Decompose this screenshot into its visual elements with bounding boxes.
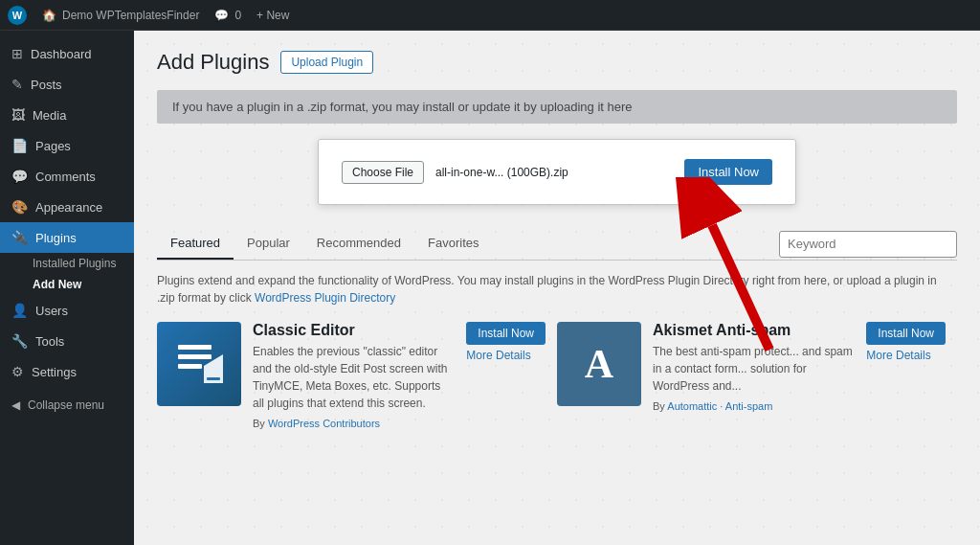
plugin-card-akismet: A Akismet Anti-spam The best anti-spam p… [557,322,957,429]
akismet-name: Akismet Anti-spam [653,322,855,339]
sidebar-label-users: Users [35,304,68,318]
collapse-icon: ◀ [11,398,20,412]
svg-rect-3 [178,354,212,359]
keyword-search-input[interactable] [779,231,957,258]
classic-editor-author: By WordPress Contributors [253,418,455,429]
comment-icon: 💬 [214,9,229,22]
sidebar-sub-add-new[interactable]: Add New [0,274,134,295]
plugin-directory-link[interactable]: WordPress Plugin Directory [255,291,395,305]
new-item-bar[interactable]: + New [256,9,289,22]
sidebar-item-pages[interactable]: 📄 Pages [0,130,134,161]
classic-editor-install-button[interactable]: Install Now [466,322,546,345]
new-label: + New [256,9,289,22]
sidebar-label-posts: Posts [31,78,62,92]
plugin-directory-desc: Plugins extend and expand the functional… [157,272,957,307]
sidebar-item-users[interactable]: 👤 Users [0,295,134,326]
site-name: Demo WPTemplatesFinder [62,9,199,22]
svg-rect-4 [178,364,202,369]
comments-bar[interactable]: 💬 0 [214,9,241,22]
site-name-bar[interactable]: 🏠 Demo WPTemplatesFinder [42,9,199,22]
akismet-icon: A [557,322,641,406]
appearance-icon: 🎨 [11,199,28,215]
sidebar-item-media[interactable]: 🖼 Media [0,100,134,130]
akismet-actions: Install Now More Details [866,322,946,429]
house-icon: 🏠 [42,9,56,22]
posts-icon: ✎ [11,77,23,92]
classic-editor-author-link[interactable]: WordPress Contributors [268,418,380,429]
akismet-description: The best anti-spam protect... and spam i… [653,343,855,395]
tab-popular[interactable]: Popular [234,228,303,260]
svg-rect-2 [178,345,212,350]
upload-box: Choose File all-in-one-w... (100GB).zip … [318,139,796,205]
admin-bar: W 🏠 Demo WPTemplatesFinder 💬 0 + New [0,0,980,31]
classic-editor-description: Enables the previous "classic" editor an… [253,343,455,412]
sidebar-label-plugins: Plugins [35,231,77,245]
sidebar-item-posts[interactable]: ✎ Posts [0,69,134,100]
svg-rect-6 [207,377,220,380]
media-icon: 🖼 [11,107,25,123]
plugins-icon: 🔌 [11,230,28,245]
sidebar-item-settings[interactable]: ⚙ Settings [0,356,134,387]
sidebar-item-plugins[interactable]: 🔌 Plugins [0,222,134,253]
plugin-grid: Classic Editor Enables the previous "cla… [157,322,957,429]
comments-icon: 💬 [11,169,28,184]
tools-icon: 🔧 [11,333,28,349]
dashboard-icon: ⊞ [11,46,23,61]
akismet-info: Akismet Anti-spam The best anti-spam pro… [653,322,855,429]
akismet-details-button[interactable]: More Details [866,349,930,362]
wp-logo-icon: W [8,6,27,25]
settings-icon: ⚙ [11,364,24,379]
sidebar-label-settings: Settings [32,365,77,379]
classic-editor-actions: Install Now More Details [466,322,546,429]
sidebar-label-tools: Tools [35,334,64,349]
collapse-label: Collapse menu [28,398,104,412]
akismet-author-link[interactable]: Automattic · Anti-spam [667,400,772,412]
install-now-button[interactable]: Install Now [684,159,772,185]
comment-count: 0 [234,9,241,22]
wp-logo[interactable]: W [8,6,27,25]
page-title: Add Plugins [157,50,269,75]
sidebar-label-dashboard: Dashboard [31,47,92,61]
sidebar-label-pages: Pages [35,139,71,153]
classic-editor-name: Classic Editor [253,322,455,339]
sidebar-label-comments: Comments [35,170,96,184]
tab-featured[interactable]: Featured [157,228,234,260]
sidebar-item-comments[interactable]: 💬 Comments [0,161,134,192]
sidebar-item-appearance[interactable]: 🎨 Appearance [0,192,134,222]
tab-favorites[interactable]: Favorites [414,228,492,260]
sidebar-item-tools[interactable]: 🔧 Tools [0,326,134,356]
plugin-tabs: Featured Popular Recommended Favorites [157,228,957,261]
sidebar-item-dashboard[interactable]: ⊞ Dashboard [0,38,134,69]
add-new-label: Add New [33,278,81,291]
users-icon: 👤 [11,303,28,318]
sidebar-label-appearance: Appearance [35,200,102,215]
plugin-card-classic-editor: Classic Editor Enables the previous "cla… [157,322,557,429]
sidebar-sub-installed[interactable]: Installed Plugins [0,253,134,274]
installed-plugins-label: Installed Plugins [33,257,116,270]
tab-recommended[interactable]: Recommended [303,228,414,260]
sidebar: ⊞ Dashboard ✎ Posts 🖼 Media 📄 Pages 💬 Co… [0,31,134,545]
akismet-author: By Automattic · Anti-spam [653,400,855,412]
classic-editor-info: Classic Editor Enables the previous "cla… [253,322,455,429]
akismet-install-button[interactable]: Install Now [866,322,946,345]
pages-icon: 📄 [11,138,28,153]
upload-notice: If you have a plugin in a .zip format, y… [157,90,957,124]
classic-editor-icon [157,322,241,406]
choose-file-button[interactable]: Choose File [342,161,424,184]
page-title-row: Add Plugins Upload Plugin [157,50,957,75]
sidebar-label-media: Media [33,108,66,123]
classic-editor-details-button[interactable]: More Details [466,349,530,362]
file-name: all-in-one-w... (100GB).zip [435,166,673,179]
collapse-menu[interactable]: ◀ Collapse menu [0,391,134,420]
upload-plugin-button[interactable]: Upload Plugin [280,51,373,74]
